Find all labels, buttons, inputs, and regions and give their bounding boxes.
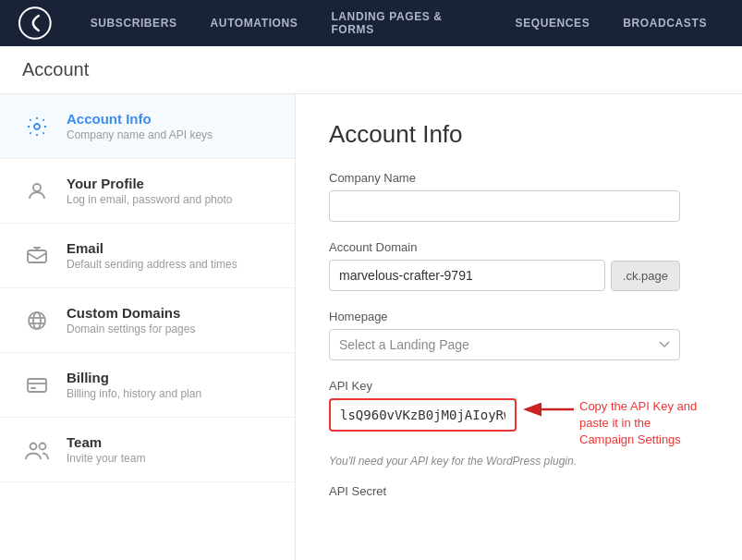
sidebar-custom-domains-title: Custom Domains (67, 305, 195, 321)
sidebar-item-email-text: Email Default sending address and times (67, 240, 237, 271)
sidebar-item-account-info-text: Account Info Company name and API keys (67, 111, 213, 141)
svg-rect-8 (28, 379, 46, 392)
sidebar-item-email[interactable]: Email Default sending address and times (0, 224, 295, 288)
account-domain-group: Account Domain .ck.page (329, 240, 680, 291)
domain-row: .ck.page (329, 260, 680, 291)
app-logo (18, 6, 52, 40)
api-key-input[interactable] (329, 398, 517, 432)
api-key-callout-container: Copy the API Key and paste it in the Cam… (329, 398, 709, 449)
email-icon (22, 241, 52, 271)
gear-icon (22, 112, 52, 141)
svg-point-12 (40, 443, 46, 449)
main-layout: Account Info Company name and API keys Y… (0, 94, 742, 560)
account-domain-label: Account Domain (329, 240, 680, 254)
api-key-arrow (520, 398, 576, 420)
domain-suffix: .ck.page (611, 261, 680, 291)
sidebar-item-team-text: Team Invite your team (67, 434, 145, 465)
api-secret-group: API Secret (329, 484, 680, 498)
homepage-label: Homepage (329, 310, 680, 323)
top-nav: SUBSCRIBERS AUTOMATIONS LANDING PAGES & … (0, 0, 742, 46)
sidebar-item-account-info[interactable]: Account Info Company name and API keys (0, 94, 295, 159)
nav-sequences[interactable]: SEQUENCES (499, 0, 607, 46)
sidebar-account-info-title: Account Info (67, 111, 213, 127)
sidebar-item-custom-domains-text: Custom Domains Domain settings for pages (67, 305, 195, 335)
api-key-callout-text: Copy the API Key and paste it in the Cam… (579, 398, 709, 449)
sidebar-billing-title: Billing (67, 370, 201, 385)
api-secret-label: API Secret (329, 484, 680, 498)
sidebar-item-custom-domains[interactable]: Custom Domains Domain settings for pages (0, 288, 295, 353)
svg-point-1 (34, 124, 40, 129)
sidebar-team-title: Team (67, 434, 145, 450)
svg-point-4 (29, 312, 45, 329)
sidebar-your-profile-subtitle: Log in email, password and photo (67, 193, 232, 206)
sidebar-team-subtitle: Invite your team (67, 452, 145, 465)
sidebar-item-your-profile-text: Your Profile Log in email, password and … (67, 176, 232, 206)
homepage-group: Homepage Select a Landing Page (329, 310, 680, 360)
company-name-group: Company Name (329, 171, 680, 222)
page-title: Account (22, 59, 720, 80)
svg-rect-3 (28, 250, 46, 262)
sidebar-email-subtitle: Default sending address and times (67, 258, 237, 271)
sidebar-item-billing-text: Billing Billing info, history and plan (67, 370, 201, 400)
card-icon (22, 371, 52, 400)
nav-subscribers[interactable]: SUBSCRIBERS (74, 0, 194, 46)
sidebar-custom-domains-subtitle: Domain settings for pages (67, 323, 195, 335)
company-name-input[interactable] (329, 190, 680, 222)
sidebar-email-title: Email (67, 240, 237, 256)
nav-links: SUBSCRIBERS AUTOMATIONS LANDING PAGES & … (74, 0, 724, 46)
svg-point-2 (33, 184, 41, 191)
sidebar-billing-subtitle: Billing info, history and plan (67, 387, 201, 400)
page-title-bar: Account (0, 46, 742, 94)
nav-automations[interactable]: AUTOMATIONS (194, 0, 315, 46)
nav-landing-pages[interactable]: LANDING PAGES & FORMS (314, 0, 498, 46)
sidebar-item-billing[interactable]: Billing Billing info, history and plan (0, 353, 295, 418)
api-key-group: API Key Copy the API Key and paste it i (329, 379, 709, 468)
api-key-label: API Key (329, 379, 709, 393)
homepage-select[interactable]: Select a Landing Page (329, 329, 680, 360)
content-title: Account Info (329, 120, 709, 149)
sidebar-item-your-profile[interactable]: Your Profile Log in email, password and … (0, 159, 295, 224)
sidebar-account-info-subtitle: Company name and API keys (67, 128, 213, 141)
sidebar: Account Info Company name and API keys Y… (0, 94, 296, 560)
sidebar-your-profile-title: Your Profile (67, 176, 232, 191)
svg-point-11 (30, 443, 37, 449)
account-domain-input[interactable] (329, 260, 605, 291)
company-name-label: Company Name (329, 171, 680, 185)
nav-broadcasts[interactable]: BROADCASTS (606, 0, 724, 46)
content-area: Account Info Company Name Account Domain… (296, 94, 742, 560)
svg-point-0 (19, 7, 51, 39)
svg-point-5 (33, 312, 41, 329)
person-icon (22, 177, 52, 206)
sidebar-item-team[interactable]: Team Invite your team (0, 418, 295, 482)
team-icon (22, 435, 52, 465)
api-key-hint: You'll need your API key for the WordPre… (329, 455, 709, 468)
globe-icon (22, 306, 52, 335)
arrow-left-icon (520, 398, 576, 420)
